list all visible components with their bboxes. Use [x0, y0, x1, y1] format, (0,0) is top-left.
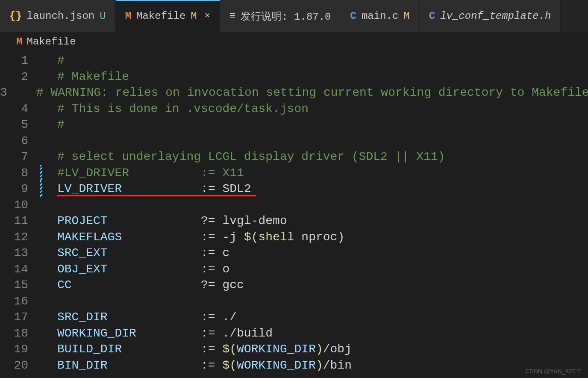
- line-number: 19: [0, 343, 40, 356]
- line-number: 17: [0, 310, 40, 324]
- git-status: M: [403, 10, 409, 22]
- watermark: CSDN @YAN_KEEE: [525, 368, 581, 375]
- file-icon: M: [125, 10, 131, 22]
- line-content[interactable]: # Makefile: [40, 70, 129, 83]
- code-line[interactable]: 19BUILD_DIR := $(WORKING_DIR)/obj: [0, 341, 588, 357]
- line-number: 10: [0, 198, 40, 212]
- line-content[interactable]: MAKEFLAGS := -j $(shell nproc): [40, 230, 344, 244]
- line-number: 2: [0, 70, 40, 83]
- makefile-icon: M: [16, 36, 22, 47]
- code-line[interactable]: 11PROJECT ?= lvgl-demo: [0, 213, 588, 229]
- line-number: 16: [0, 295, 40, 308]
- tab-label: 发行说明: 1.87.0: [241, 9, 331, 23]
- file-icon: ≡: [229, 10, 235, 22]
- git-status: U: [100, 10, 106, 22]
- line-content[interactable]: PROJECT ?= lvgl-demo: [40, 214, 287, 227]
- line-number: 20: [0, 359, 40, 372]
- line-number: 4: [0, 102, 40, 115]
- git-status: M: [191, 10, 197, 22]
- line-content[interactable]: #LV_DRIVER := X11: [40, 166, 244, 180]
- file-icon: C: [429, 10, 435, 22]
- line-number: 12: [0, 230, 40, 244]
- line-number: 11: [0, 214, 40, 227]
- code-line[interactable]: 20BIN_DIR := $(WORKING_DIR)/bin: [0, 357, 588, 374]
- line-content[interactable]: #: [40, 118, 65, 131]
- code-line[interactable]: 10: [0, 197, 588, 213]
- breadcrumb-label: Makefile: [26, 36, 76, 47]
- line-number: 5: [0, 118, 40, 131]
- code-line[interactable]: 15CC ?= gcc: [0, 277, 588, 293]
- code-line[interactable]: 9LV_DRIVER := SDL2: [0, 181, 588, 197]
- line-number: 18: [0, 327, 40, 340]
- code-line[interactable]: 13SRC_EXT := c: [0, 245, 588, 261]
- tab-2[interactable]: ≡发行说明: 1.87.0: [220, 0, 341, 32]
- code-editor[interactable]: 1#2# Makefile3# WARNING: relies on invoc…: [0, 51, 588, 375]
- line-content[interactable]: # select underlaying LCGL display driver…: [40, 150, 445, 163]
- line-content[interactable]: # WARNING: relies on invocation setting …: [19, 86, 588, 99]
- tab-label: launch.json: [27, 10, 94, 22]
- line-number: 3: [0, 86, 19, 99]
- line-number: 6: [0, 134, 40, 148]
- tab-label: Makefile: [136, 10, 185, 22]
- line-content[interactable]: #: [40, 54, 65, 67]
- line-content[interactable]: BUILD_DIR := $(WORKING_DIR)/obj: [40, 343, 352, 356]
- line-content[interactable]: SRC_DIR := ./: [40, 310, 237, 324]
- code-line[interactable]: 18WORKING_DIR := ./build: [0, 325, 588, 342]
- code-line[interactable]: 17SRC_DIR := ./: [0, 309, 588, 325]
- line-number: 7: [0, 150, 40, 163]
- code-line[interactable]: 3# WARNING: relies on invocation setting…: [0, 85, 588, 101]
- line-number: 8: [0, 166, 40, 180]
- file-icon: {}: [9, 10, 22, 22]
- line-number: 14: [0, 263, 40, 276]
- tab-label: main.c: [362, 10, 398, 22]
- code-line[interactable]: 14OBJ_EXT := o: [0, 261, 588, 278]
- file-icon: C: [350, 10, 356, 22]
- tab-label: lv_conf_template.h: [440, 10, 551, 22]
- line-content[interactable]: BIN_DIR := $(WORKING_DIR)/bin: [40, 359, 352, 372]
- line-content[interactable]: WORKING_DIR := ./build: [40, 327, 273, 340]
- code-line[interactable]: 6: [0, 133, 588, 149]
- line-content[interactable]: CC ?= gcc: [40, 278, 244, 292]
- tab-4[interactable]: Clv_conf_template.h: [420, 0, 561, 32]
- tab-3[interactable]: Cmain.cM: [341, 0, 420, 32]
- code-line[interactable]: 16: [0, 293, 588, 310]
- annotation-underline: [57, 195, 256, 196]
- line-number: 1: [0, 54, 40, 67]
- line-content[interactable]: # This is done in .vscode/task.json: [40, 102, 309, 115]
- line-content[interactable]: LV_DRIVER := SDL2: [40, 182, 251, 195]
- tabs-bar: {}launch.jsonUMMakefileM×≡发行说明: 1.87.0Cm…: [0, 0, 588, 32]
- line-content[interactable]: SRC_EXT := c: [40, 246, 229, 260]
- code-line[interactable]: 4# This is done in .vscode/task.json: [0, 101, 588, 117]
- close-icon[interactable]: ×: [205, 11, 210, 21]
- line-content[interactable]: OBJ_EXT := o: [40, 263, 229, 276]
- code-line[interactable]: 2# Makefile: [0, 69, 588, 85]
- gutter-marker-modified: [40, 181, 42, 197]
- breadcrumb[interactable]: M Makefile: [0, 32, 588, 51]
- code-line[interactable]: 5#: [0, 117, 588, 133]
- line-number: 15: [0, 278, 40, 292]
- code-line[interactable]: 8#LV_DRIVER := X11: [0, 165, 588, 181]
- tab-0[interactable]: {}launch.jsonU: [0, 0, 116, 32]
- gutter-marker-modified: [40, 165, 42, 181]
- line-number: 13: [0, 246, 40, 260]
- code-line[interactable]: 1#: [0, 53, 588, 69]
- code-line[interactable]: 12MAKEFLAGS := -j $(shell nproc): [0, 229, 588, 245]
- code-line[interactable]: 7# select underlaying LCGL display drive…: [0, 149, 588, 165]
- tab-1[interactable]: MMakefileM×: [116, 0, 220, 32]
- line-number: 9: [0, 182, 40, 195]
